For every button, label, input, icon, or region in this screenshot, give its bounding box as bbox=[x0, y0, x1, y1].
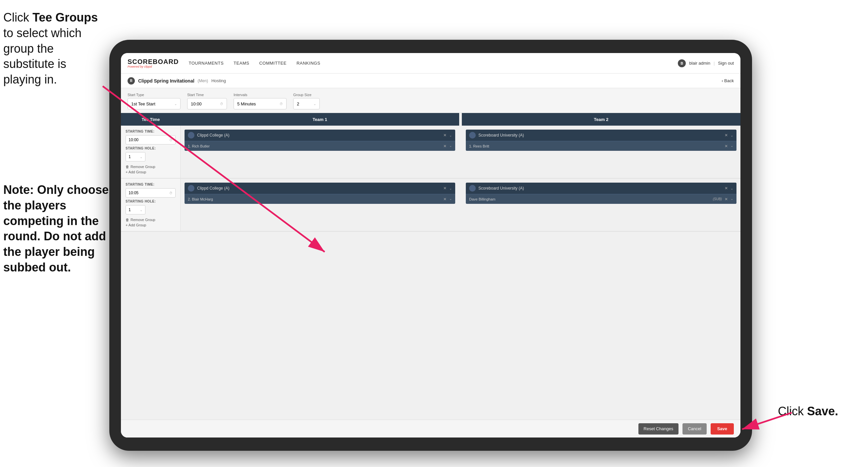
team1-col-group2: Clippd College (A) ✕ ⌄ 2. Blair McHarg ✕ bbox=[181, 179, 459, 231]
start-time-input[interactable]: 10:00 ⏱ bbox=[187, 98, 227, 109]
player-row-group2-team1-p1: 2. Blair McHarg ✕ ⌄ bbox=[185, 194, 455, 204]
nav-teams[interactable]: TEAMS bbox=[234, 61, 249, 66]
player-name-group1-team2-p1: 1. Rees Britt bbox=[469, 144, 722, 148]
sign-out-link[interactable]: Sign out bbox=[718, 61, 734, 66]
player-row-group1-team1-p1: 1. Rich Butler ✕ ⌄ bbox=[185, 141, 455, 151]
player-name-group2-team1-p1: 2. Blair McHarg bbox=[188, 197, 441, 201]
team2-name-group2: Scoreboard University (A) bbox=[478, 186, 722, 191]
logo-powered: Powered by clippd bbox=[128, 65, 179, 68]
intervals-label: Intervals bbox=[234, 93, 286, 97]
logo-area: SCOREBOARD Powered by clippd bbox=[128, 58, 179, 68]
team2-col-group2: Scoreboard University (A) ✕ ⌄ Dave Billi… bbox=[462, 179, 740, 231]
reset-changes-button[interactable]: Reset Changes bbox=[639, 423, 679, 435]
group-size-input[interactable]: 2 ⌄ bbox=[293, 98, 320, 109]
nav-rankings[interactable]: RANKINGS bbox=[297, 61, 320, 66]
player-name-group2-team2-p1: Dave Billingham bbox=[469, 197, 710, 201]
cancel-button[interactable]: Cancel bbox=[682, 423, 706, 435]
team2-icon-group1 bbox=[469, 132, 476, 139]
group-sidebar-2: STARTING TIME: 10:05 ⏱ STARTING HOLE: 1 … bbox=[121, 179, 181, 231]
team1-expand-group2[interactable]: ⌄ bbox=[449, 186, 452, 190]
player-actions-group2-team1-p1: ✕ ⌄ bbox=[443, 197, 452, 202]
team1-card-group1: Clippd College (A) ✕ ⌄ 1. Rich Butler ✕ bbox=[185, 129, 455, 151]
team1-expand-group1[interactable]: ⌄ bbox=[449, 134, 452, 137]
team1-card-header-group1: Clippd College (A) ✕ ⌄ bbox=[185, 129, 455, 141]
breadcrumb-bar: B Clippd Spring Invitational (Men) Hosti… bbox=[121, 74, 740, 88]
team2-remove-group1[interactable]: ✕ bbox=[724, 133, 728, 138]
start-type-label: Start Type bbox=[128, 93, 181, 97]
player-remove-group2-team2-p1[interactable]: ✕ bbox=[724, 197, 728, 202]
tablet-frame: SCOREBOARD Powered by clippd TOURNAMENTS… bbox=[109, 40, 752, 451]
player-actions-group1-team2-p1: ✕ ⌄ bbox=[724, 144, 733, 148]
team1-remove-group2[interactable]: ✕ bbox=[443, 186, 446, 191]
breadcrumb-icon: B bbox=[128, 77, 135, 85]
player-actions-group2-team2-p1: ✕ ⌄ bbox=[724, 197, 733, 202]
team1-actions-group2: ✕ ⌄ bbox=[443, 186, 452, 191]
team2-card-group1: Scoreboard University (A) ✕ ⌄ 1. Rees Br… bbox=[466, 129, 737, 151]
player-remove-group1-team1-p1[interactable]: ✕ bbox=[443, 144, 446, 148]
starting-time-label-2: STARTING TIME: bbox=[126, 183, 176, 186]
team2-expand-group2[interactable]: ⌄ bbox=[731, 186, 733, 190]
navbar: SCOREBOARD Powered by clippd TOURNAMENTS… bbox=[121, 53, 740, 74]
group-row: STARTING TIME: 10:00 ⏱ STARTING HOLE: 1 … bbox=[121, 126, 740, 179]
team2-card-header-group2: Scoreboard University (A) ✕ ⌄ bbox=[466, 183, 737, 194]
player-expand-group2-team2-p1[interactable]: ⌄ bbox=[731, 197, 733, 202]
breadcrumb-title: Clippd Spring Invitational bbox=[138, 78, 194, 84]
team2-remove-group2[interactable]: ✕ bbox=[724, 186, 728, 191]
remove-group-btn-2[interactable]: 🗑Remove Group bbox=[126, 218, 176, 222]
starting-time-input-1[interactable]: 10:00 ⏱ bbox=[126, 135, 176, 145]
team1-icon-group2 bbox=[188, 185, 194, 192]
team2-expand-group1[interactable]: ⌄ bbox=[731, 134, 733, 137]
groups-scroll: STARTING TIME: 10:00 ⏱ STARTING HOLE: 1 … bbox=[121, 126, 740, 419]
nav-links: TOURNAMENTS TEAMS COMMITTEE RANKINGS bbox=[188, 61, 678, 66]
team2-actions-group1: ✕ ⌄ bbox=[724, 133, 733, 138]
intervals-group: Intervals 5 Minutes ⏱ bbox=[234, 93, 286, 109]
col-header-team2: Team 2 bbox=[462, 113, 740, 126]
settings-row: Start Type 1st Tee Start ⌄ Start Time 10… bbox=[121, 88, 740, 113]
col-header-tee-time: Tee Time bbox=[121, 113, 181, 126]
user-name: blair admin bbox=[689, 61, 710, 66]
nav-tournaments[interactable]: TOURNAMENTS bbox=[188, 61, 224, 66]
remove-group-btn-1[interactable]: 🗑Remove Group bbox=[126, 165, 176, 169]
team1-card-header-group2: Clippd College (A) ✕ ⌄ bbox=[185, 183, 455, 194]
save-button[interactable]: Save bbox=[711, 423, 734, 435]
team2-col-group1: Scoreboard University (A) ✕ ⌄ 1. Rees Br… bbox=[462, 126, 740, 178]
add-group-btn-1[interactable]: + Add Group bbox=[126, 170, 176, 174]
player-row-group1-team2-p1: 1. Rees Britt ✕ ⌄ bbox=[466, 141, 737, 151]
start-type-input[interactable]: 1st Tee Start ⌄ bbox=[128, 98, 181, 109]
group-size-group: Group Size 2 ⌄ bbox=[293, 93, 320, 109]
instruction-note: Note: Only choose the players competing … bbox=[3, 182, 116, 275]
player-remove-group1-team2-p1[interactable]: ✕ bbox=[724, 144, 728, 148]
starting-hole-input-2[interactable]: 1 ⌄ bbox=[126, 205, 146, 214]
team2-actions-group2: ✕ ⌄ bbox=[724, 186, 733, 191]
content-area: Start Type 1st Tee Start ⌄ Start Time 10… bbox=[121, 88, 740, 438]
add-group-btn-2[interactable]: + Add Group bbox=[126, 223, 176, 227]
player-expand-group1-team1-p1[interactable]: ⌄ bbox=[449, 144, 452, 148]
intervals-input[interactable]: 5 Minutes ⏱ bbox=[234, 98, 286, 109]
instruction-main: Click Tee Groups to select which group t… bbox=[3, 10, 106, 88]
start-time-group: Start Time 10:00 ⏱ bbox=[187, 93, 227, 109]
click-save-label: Click Save. bbox=[778, 404, 838, 418]
player-expand-group2-team1-p1[interactable]: ⌄ bbox=[449, 197, 452, 202]
player-name-group1-team1-p1: 1. Rich Butler bbox=[188, 144, 441, 148]
column-headers: Tee Time Team 1 Team 2 bbox=[121, 113, 740, 126]
team1-col-group1: Clippd College (A) ✕ ⌄ 1. Rich Butler ✕ bbox=[181, 126, 459, 178]
breadcrumb-hosting: Hosting bbox=[211, 78, 226, 83]
group-size-label: Group Size bbox=[293, 93, 320, 97]
team1-remove-group1[interactable]: ✕ bbox=[443, 133, 446, 138]
screen-footer: Reset Changes Cancel Save bbox=[121, 419, 740, 438]
nav-committee[interactable]: COMMITTEE bbox=[259, 61, 286, 66]
user-avatar: B bbox=[678, 59, 686, 67]
team2-card-group2: Scoreboard University (A) ✕ ⌄ Dave Billi… bbox=[466, 183, 737, 204]
nav-right: B blair admin | Sign out bbox=[678, 59, 734, 67]
team1-actions-group1: ✕ ⌄ bbox=[443, 133, 452, 138]
breadcrumb-back[interactable]: ‹ Back bbox=[721, 78, 734, 83]
col-header-gap1 bbox=[459, 113, 462, 126]
starting-hole-input-1[interactable]: 1 ⌄ bbox=[126, 152, 146, 162]
player-sub-badge-group2-team2-p1: (SUB) bbox=[713, 197, 722, 201]
team1-name-group2: Clippd College (A) bbox=[197, 186, 441, 191]
starting-time-input-2[interactable]: 10:05 ⏱ bbox=[126, 188, 176, 198]
player-remove-group2-team1-p1[interactable]: ✕ bbox=[443, 197, 446, 202]
player-expand-group1-team2-p1[interactable]: ⌄ bbox=[731, 144, 733, 148]
team1-card-group2: Clippd College (A) ✕ ⌄ 2. Blair McHarg ✕ bbox=[185, 183, 455, 204]
team-col-gap-group1 bbox=[459, 126, 462, 178]
